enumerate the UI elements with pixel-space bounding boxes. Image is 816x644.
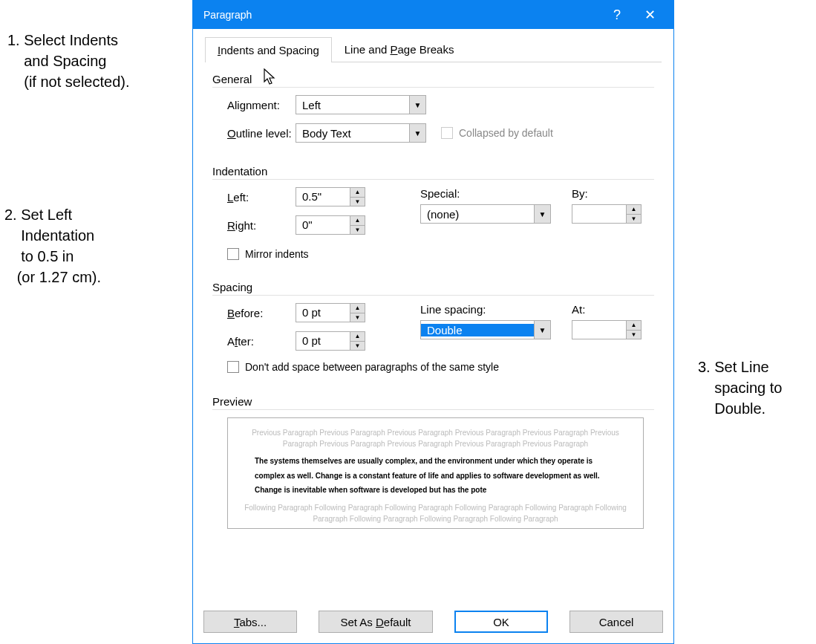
alignment-value: Left [296, 99, 409, 111]
tab-indents-spacing[interactable]: Indents and Spacing [205, 37, 332, 62]
tabs-button[interactable]: Tabs... [203, 611, 297, 633]
label-at: At: [572, 303, 646, 316]
outline-level-value: Body Text [296, 127, 409, 140]
close-button[interactable]: ✕ [633, 1, 666, 29]
label-indent-left: Left: [212, 191, 296, 204]
chevron-down-icon[interactable]: ▼ [534, 205, 550, 223]
checkbox-box [441, 127, 453, 139]
spacing-after-input[interactable]: 0 pt ▲▼ [296, 331, 365, 351]
indent-right-value: 0" [296, 216, 350, 234]
cancel-button[interactable]: Cancel [569, 611, 663, 633]
preview-prev-para: Previous Paragraph Previous Paragraph Pr… [241, 427, 630, 449]
line-spacing-select[interactable]: Double ▼ [420, 320, 551, 339]
mirror-indents-label: Mirror indents [245, 248, 309, 260]
annotation-3: 3. Set Line spacing to Double. [698, 357, 782, 419]
label-alignment: Alignment: [212, 99, 296, 111]
spacing-before-input[interactable]: 0 pt ▲▼ [296, 303, 365, 322]
spin-up-icon[interactable]: ▲ [627, 321, 641, 330]
outline-level-select[interactable]: Body Text ▼ [296, 123, 426, 143]
preview-foll-para: Following Paragraph Following Paragraph … [241, 502, 630, 524]
spin-down-icon[interactable]: ▼ [627, 214, 641, 224]
chevron-down-icon[interactable]: ▼ [409, 96, 425, 114]
tabs: Indents and Spacing Line and Page Breaks [205, 36, 662, 62]
section-indentation: Indentation [212, 165, 654, 180]
special-select[interactable]: (none) ▼ [420, 204, 551, 224]
label-line-spacing: Line spacing: [420, 303, 554, 316]
spin-up-icon[interactable]: ▲ [350, 332, 365, 341]
preview-body-text: The systems themselves are usually compl… [255, 454, 616, 498]
label-indent-right: Right: [212, 219, 296, 232]
by-value [572, 205, 626, 223]
spin-down-icon[interactable]: ▼ [350, 225, 365, 235]
spin-up-icon[interactable]: ▲ [350, 216, 365, 225]
indent-right-input[interactable]: 0" ▲▼ [296, 215, 365, 235]
dialog-body: Indents and Spacing Line and Page Breaks… [193, 29, 673, 600]
spin-down-icon[interactable]: ▼ [350, 313, 365, 322]
label-special: Special: [420, 187, 554, 200]
label-outline-level: Outline level: [212, 127, 296, 140]
label-by: By: [572, 187, 646, 200]
tab-line-page-breaks[interactable]: Line and Page Breaks [332, 36, 467, 62]
section-preview: Preview [212, 395, 654, 410]
annotation-1: 1. Select Indents and Spacing (if not se… [7, 30, 130, 92]
tab-content: General Alignment: Left ▼ Outline level:… [205, 62, 662, 529]
by-input[interactable]: ▲▼ [572, 204, 642, 224]
label-after: After: [212, 335, 296, 348]
dont-add-space-label: Don't add space between paragraphs of th… [245, 361, 499, 373]
spin-down-icon[interactable]: ▼ [350, 197, 365, 206]
dont-add-space-checkbox[interactable] [227, 361, 239, 373]
ok-button[interactable]: OK [454, 611, 548, 633]
spin-up-icon[interactable]: ▲ [350, 188, 365, 197]
indent-left-input[interactable]: 0.5" ▲▼ [296, 187, 365, 206]
spacing-before-value: 0 pt [296, 304, 350, 322]
set-as-default-button[interactable]: Set As Default [319, 611, 433, 633]
spin-down-icon[interactable]: ▼ [627, 330, 641, 339]
collapsed-label: Collapsed by default [459, 127, 553, 139]
titlebar: Paragraph ? ✕ [193, 1, 673, 29]
line-spacing-value: Double [421, 324, 534, 336]
alignment-select[interactable]: Left ▼ [296, 95, 426, 114]
chevron-down-icon[interactable]: ▼ [409, 124, 425, 142]
at-input[interactable]: ▲▼ [572, 320, 642, 339]
mirror-indents-checkbox[interactable] [227, 248, 239, 260]
collapsed-checkbox: Collapsed by default [441, 127, 553, 139]
spin-up-icon[interactable]: ▲ [627, 205, 641, 214]
dialog-footer: Tabs... Set As Default OK Cancel [193, 600, 673, 643]
annotation-2: 2. Set Left Indentation to 0.5 in (or 1.… [4, 204, 101, 287]
chevron-down-icon[interactable]: ▼ [534, 321, 550, 339]
at-value [572, 321, 626, 339]
label-before: Before: [212, 307, 296, 319]
spin-up-icon[interactable]: ▲ [350, 304, 365, 313]
help-button[interactable]: ? [601, 1, 633, 29]
spacing-after-value: 0 pt [296, 332, 350, 350]
section-general: General [212, 73, 654, 88]
paragraph-dialog: Paragraph ? ✕ Indents and Spacing Line a… [192, 0, 674, 644]
preview-box: Previous Paragraph Previous Paragraph Pr… [227, 417, 644, 529]
section-spacing: Spacing [212, 281, 654, 296]
spin-down-icon[interactable]: ▼ [350, 341, 365, 351]
special-value: (none) [421, 208, 534, 221]
dialog-title: Paragraph [200, 9, 601, 21]
indent-left-value: 0.5" [296, 188, 350, 206]
